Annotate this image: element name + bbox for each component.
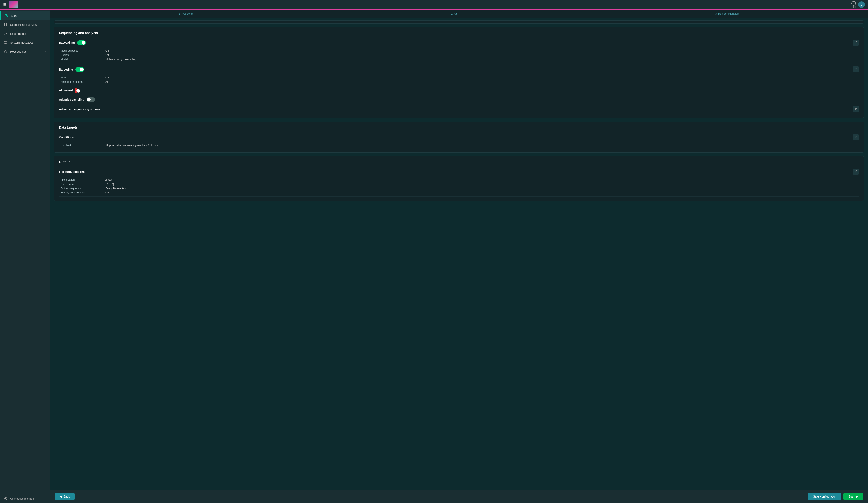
sidebar-item-sequencing-overview[interactable]: Sequencing overview — [0, 20, 50, 29]
sidebar-item-system-messages[interactable]: System messages — [0, 38, 50, 47]
output-title: Output — [59, 160, 859, 164]
start-label: Start — [848, 495, 854, 498]
help-label: Help — [851, 6, 856, 8]
top-bar: ☰ ? Help L — [0, 0, 868, 10]
adaptive-sampling-toggle[interactable] — [86, 97, 95, 102]
sidebar-item-host-settings-label: Host settings — [10, 50, 27, 53]
bottom-bar: ◀ Back Save configuration Start ▶ — [50, 490, 868, 503]
sidebar-nav: Start Sequencing overview — [0, 10, 50, 494]
run-limit-row: Run limit Stop run when sequencing reach… — [59, 142, 859, 148]
connection-icon — [4, 496, 8, 501]
advanced-sequencing-row: Advanced sequencing options — [59, 104, 859, 114]
file-output-details: File location /data/. Data format FASTQ … — [59, 176, 859, 197]
svg-rect-4 — [4, 25, 6, 26]
start-button[interactable]: Start ▶ — [844, 493, 863, 500]
alignment-label: Alignment — [59, 89, 73, 92]
adaptive-sampling-row: Adaptive sampling — [59, 95, 859, 104]
basecalling-edit-button[interactable] — [853, 40, 859, 45]
help-icon: ? — [851, 1, 856, 6]
basecalling-detail-modified-bases: Modified bases Off — [59, 49, 859, 53]
grid-icon — [4, 23, 8, 27]
sidebar-item-start[interactable]: Start — [0, 11, 50, 20]
top-bar-right: ? Help L — [851, 1, 865, 8]
top-partial-card — [54, 20, 864, 23]
basecalling-section-row: Basecalling — [59, 38, 859, 48]
data-targets-card: Data targets Conditions Run limit Stop r… — [54, 122, 864, 153]
basecalling-detail-duplex: Duplex Off — [59, 53, 859, 57]
barcoding-toggle[interactable] — [75, 67, 84, 72]
basecalling-toggle-slider — [77, 40, 86, 45]
steps-header: 1. Positions 2. Kit 3. Run configuration — [50, 10, 868, 18]
sidebar-item-start-label: Start — [11, 14, 17, 18]
file-output-section-row: File output options — [59, 167, 859, 176]
sequencing-analysis-card: Sequencing and analysis Basecalling — [54, 27, 864, 118]
connection-manager-label: Connection manager — [10, 497, 35, 500]
back-icon: ◀ — [60, 495, 62, 498]
chat-bubble-icon — [4, 41, 8, 45]
hamburger-icon[interactable]: ☰ — [3, 2, 7, 7]
barcoding-edit-button[interactable] — [853, 66, 859, 72]
start-arrow-icon: ▶ — [856, 495, 858, 498]
save-configuration-button[interactable]: Save configuration — [808, 493, 841, 500]
basecalling-detail-model: Model High-accuracy basecalling — [59, 57, 859, 61]
sidebar-item-experiments[interactable]: Experiments — [0, 29, 50, 38]
advanced-sequencing-label: Advanced sequencing options — [59, 107, 100, 111]
file-output-label: File output options — [59, 170, 85, 174]
barcoding-detail-trim: Trim Off — [59, 75, 859, 80]
step-kit[interactable]: 2. Kit — [451, 12, 457, 15]
sidebar-item-experiments-label: Experiments — [10, 32, 26, 35]
adaptive-sampling-toggle-slider — [86, 97, 95, 102]
barcoding-detail-selected-barcodes: Selected barcodes All — [59, 80, 859, 84]
app-logo — [9, 1, 18, 8]
basecalling-label: Basecalling — [59, 41, 75, 44]
svg-rect-6 — [4, 41, 7, 43]
barcoding-section-row: Barcoding — [59, 65, 859, 74]
conditions-section-row: Conditions — [59, 133, 859, 142]
fastq-compression-row: FASTQ compression On — [59, 190, 859, 195]
content-scroll: Sequencing and analysis Basecalling — [50, 18, 868, 490]
logo-area: ☰ — [3, 1, 18, 8]
sidebar-item-system-messages-label: System messages — [10, 41, 33, 44]
step-positions[interactable]: 1. Positions — [179, 12, 193, 15]
adaptive-sampling-label: Adaptive sampling — [59, 98, 84, 101]
output-frequency-row: Output frequency Every 10 minutes — [59, 186, 859, 190]
output-card: Output File output options File location… — [54, 156, 864, 201]
svg-rect-5 — [6, 25, 7, 26]
barcoding-toggle-slider — [75, 67, 84, 72]
svg-point-1 — [6, 15, 7, 17]
start-icon — [4, 14, 8, 18]
barcoding-details: Trim Off Selected barcodes All — [59, 74, 859, 86]
main-layout: Start Sequencing overview — [0, 10, 868, 503]
help-button[interactable]: ? Help — [851, 1, 856, 8]
back-button[interactable]: ◀ Back — [55, 493, 75, 500]
barcoding-label: Barcoding — [59, 68, 73, 71]
file-location-row: File location /data/. — [59, 178, 859, 182]
advanced-sequencing-edit-button[interactable] — [853, 106, 859, 112]
gear-icon — [4, 50, 8, 54]
svg-point-9 — [5, 498, 6, 499]
sidebar-item-host-settings[interactable]: Host settings › — [0, 47, 50, 56]
svg-rect-2 — [4, 23, 6, 24]
bottom-right-buttons: Save configuration Start ▶ — [808, 493, 863, 500]
back-label: Back — [63, 495, 70, 498]
conditions-label: Conditions — [59, 136, 74, 139]
sidebar-connection-manager[interactable]: Connection manager — [0, 494, 50, 503]
chevron-right-icon: › — [45, 50, 46, 53]
data-format-row: Data format FASTQ — [59, 182, 859, 186]
alignment-row: Alignment — [59, 86, 859, 95]
svg-rect-3 — [6, 23, 7, 24]
basecalling-details: Modified bases Off Duplex Off Model High… — [59, 48, 859, 63]
alignment-toggle-highlighted — [75, 88, 77, 93]
sidebar-item-sequencing-overview-label: Sequencing overview — [10, 23, 37, 27]
avatar[interactable]: L — [858, 1, 865, 8]
data-targets-title: Data targets — [59, 126, 859, 129]
content-area: 1. Positions 2. Kit 3. Run configuration… — [50, 10, 868, 503]
step-run-config[interactable]: 3. Run configuration — [715, 12, 739, 15]
file-output-edit-button[interactable] — [853, 169, 859, 175]
run-limit-value: Stop run when sequencing reaches 24 hour… — [105, 144, 158, 147]
sequencing-analysis-title: Sequencing and analysis — [59, 31, 859, 35]
run-limit-key: Run limit — [61, 144, 105, 147]
chart-line-icon — [4, 32, 8, 36]
conditions-edit-button[interactable] — [853, 134, 859, 140]
basecalling-toggle[interactable] — [77, 40, 86, 45]
